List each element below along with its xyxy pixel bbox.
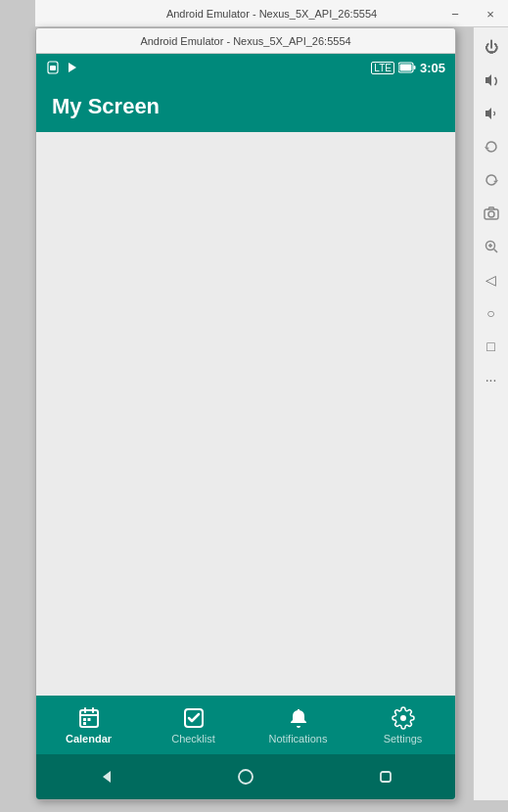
status-bar-left	[46, 61, 79, 74]
camera-button[interactable]	[476, 198, 507, 229]
sys-home-button[interactable]	[228, 759, 263, 794]
signal-indicator: LTE	[371, 62, 394, 74]
svg-rect-17	[87, 718, 90, 721]
status-bar: LTE 3:05	[36, 54, 455, 81]
overview-nav-button[interactable]: □	[476, 331, 507, 362]
svg-marker-8	[69, 63, 76, 72]
system-nav-bar	[36, 754, 455, 799]
sys-back-button[interactable]	[88, 759, 123, 794]
back-nav-button[interactable]: ◁	[476, 264, 507, 295]
nav-label-calendar: Calendar	[66, 733, 112, 744]
power-button[interactable]: ⏻	[476, 31, 507, 63]
svg-rect-7	[50, 66, 56, 70]
time-display: 3:05	[420, 61, 445, 75]
volume-down-button[interactable]	[476, 98, 507, 129]
svg-rect-16	[83, 718, 86, 721]
window-controls: − ×	[438, 0, 508, 27]
svg-rect-11	[399, 65, 411, 71]
svg-point-1	[488, 211, 494, 217]
nav-item-settings[interactable]: Settings	[350, 705, 455, 744]
svg-line-3	[493, 249, 497, 253]
battery-icon	[398, 62, 416, 73]
rotate-cw-button[interactable]	[476, 164, 507, 196]
svg-marker-21	[103, 771, 111, 783]
settings-icon	[391, 705, 416, 731]
svg-rect-18	[83, 722, 86, 725]
close-button[interactable]: ×	[473, 0, 508, 27]
sys-overview-button[interactable]	[368, 759, 403, 794]
rotate-ccw-button[interactable]	[476, 131, 507, 162]
nav-item-calendar[interactable]: Calendar	[36, 705, 141, 744]
svg-rect-10	[413, 66, 415, 69]
play-icon	[66, 61, 79, 74]
more-button[interactable]: ···	[476, 364, 507, 395]
nav-label-checklist: Checklist	[171, 733, 215, 744]
nav-label-notifications: Notifications	[269, 733, 328, 744]
nav-item-checklist[interactable]: Checklist	[141, 705, 246, 744]
phone-device: LTE 3:05 My Screen	[36, 54, 455, 799]
main-content	[36, 132, 455, 696]
home-nav-button[interactable]: ○	[476, 297, 507, 329]
nav-item-notifications[interactable]: Notifications	[246, 705, 350, 744]
app-bar-title: My Screen	[52, 94, 160, 119]
notifications-icon	[286, 705, 311, 731]
svg-point-20	[400, 715, 406, 721]
svg-point-22	[239, 770, 253, 784]
window-title-bar: Android Emulator - Nexus_5X_API_26:5554 …	[35, 0, 508, 27]
emulator-window: Android Emulator - Nexus_5X_API_26:5554 …	[35, 27, 456, 800]
calendar-icon	[76, 705, 102, 731]
app-bar: My Screen	[36, 81, 455, 132]
svg-rect-23	[381, 772, 391, 782]
zoom-button[interactable]	[476, 231, 507, 262]
nav-label-settings: Settings	[384, 733, 423, 744]
checklist-icon	[181, 705, 207, 731]
minimize-button[interactable]: −	[438, 0, 473, 27]
volume-up-button[interactable]	[476, 65, 507, 96]
bottom-nav: Calendar Checklist	[36, 696, 455, 754]
emulator-title-text: Android Emulator - Nexus_5X_API_26:5554	[140, 35, 350, 47]
emulator-controls: ⏻ ◁ ○ □ ···	[473, 27, 508, 800]
sim-icon	[46, 61, 60, 74]
emulator-title-bar: Android Emulator - Nexus_5X_API_26:5554	[36, 28, 455, 54]
status-bar-right: LTE 3:05	[371, 61, 445, 75]
window-title-text: Android Emulator - Nexus_5X_API_26:5554	[166, 8, 377, 20]
